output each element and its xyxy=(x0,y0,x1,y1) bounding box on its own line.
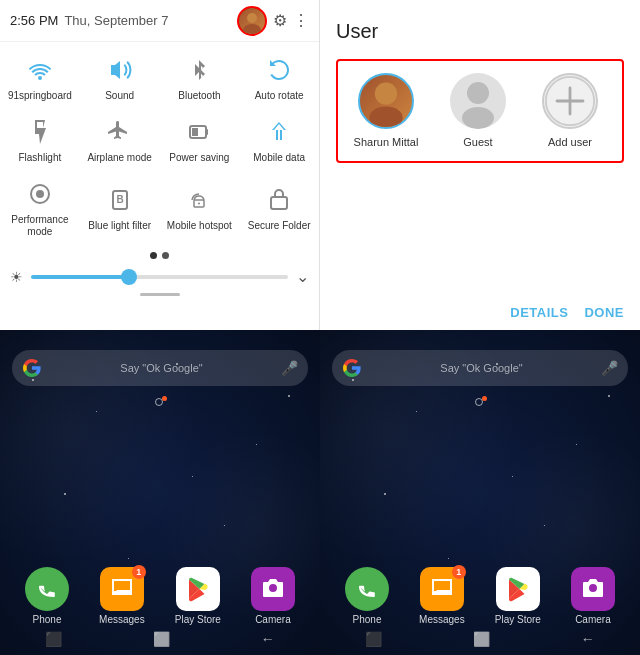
tile-mobiledata[interactable]: Mobile data xyxy=(239,108,319,170)
nav-home-right[interactable]: ⬜ xyxy=(473,631,490,647)
svg-point-13 xyxy=(369,107,402,129)
nav-recent-left[interactable]: ⬛ xyxy=(45,631,62,647)
tile-sound[interactable]: Sound xyxy=(80,46,160,108)
svg-rect-4 xyxy=(192,128,198,136)
tile-mobiledata-label: Mobile data xyxy=(253,152,305,164)
dock-label-messages-right: Messages xyxy=(419,614,465,625)
qs-header: 2:56 PM Thu, September 7 ⚙ ⋮ xyxy=(0,0,319,42)
svg-rect-11 xyxy=(271,197,287,209)
tile-flashlight[interactable]: Flashlight xyxy=(0,108,80,170)
user-panel-title: User xyxy=(336,20,624,43)
dot-1 xyxy=(150,252,157,259)
dock-label-camera-right: Camera xyxy=(575,614,611,625)
tile-autorotate[interactable]: Auto rotate xyxy=(239,46,319,108)
svg-point-14 xyxy=(467,82,489,104)
svg-point-1 xyxy=(243,24,261,34)
tile-performancemode-label: Performance mode xyxy=(4,214,76,238)
tile-performancemode[interactable]: Performance mode xyxy=(0,170,80,244)
dock-app-camera-left[interactable]: Camera xyxy=(251,567,295,625)
tile-powersaving[interactable]: Power saving xyxy=(160,108,240,170)
quick-settings-panel: 2:56 PM Thu, September 7 ⚙ ⋮ xyxy=(0,0,320,330)
search-bar-left[interactable]: Say "Ok Google" 🎤 xyxy=(12,350,308,386)
nav-back-left[interactable]: ← xyxy=(261,631,275,647)
qs-tiles-grid: 91springboard Sound Bluetooth Auto rotat… xyxy=(0,42,319,248)
brightness-icon: ☀ xyxy=(10,269,23,285)
user-accounts-list: Sharun Mittal Guest xyxy=(336,59,624,163)
qs-header-icons: ⚙ ⋮ xyxy=(237,6,309,36)
dock-app-messages-right[interactable]: 1 Messages xyxy=(419,567,465,625)
tile-mobilehotspot[interactable]: Mobile hotspot xyxy=(160,170,240,244)
tile-airplanemode[interactable]: Airplane mode xyxy=(80,108,160,170)
dock-app-playstore-right[interactable]: Play Store xyxy=(495,567,541,625)
nav-back-right[interactable]: ← xyxy=(581,631,595,647)
dock-right: Phone 1 Messages xyxy=(320,567,640,625)
user-name-add: Add user xyxy=(548,135,592,149)
top-panel: 2:56 PM Thu, September 7 ⚙ ⋮ xyxy=(0,0,640,330)
svg-rect-3 xyxy=(206,129,208,135)
messages-badge-right: 1 xyxy=(452,565,466,579)
home-indicator-right xyxy=(475,398,485,408)
bottom-panel: Say "Ok Google" 🎤 Phone xyxy=(0,330,640,655)
tile-mobilehotspot-label: Mobile hotspot xyxy=(167,220,232,232)
svg-point-15 xyxy=(462,107,494,129)
tile-powersaving-label: Power saving xyxy=(169,152,229,164)
brightness-expand-icon[interactable]: ⌄ xyxy=(296,267,309,286)
search-placeholder-left: Say "Ok Google" xyxy=(50,362,273,374)
tile-autorotate-label: Auto rotate xyxy=(255,90,304,102)
dock-app-messages-left[interactable]: 1 Messages xyxy=(99,567,145,625)
search-bar-right[interactable]: Say "Ok Google" 🎤 xyxy=(332,350,628,386)
user-account-guest[interactable]: Guest xyxy=(438,73,518,149)
messages-icon-left: 1 xyxy=(100,567,144,611)
dock-label-phone-right: Phone xyxy=(353,614,382,625)
tile-bluetooth[interactable]: Bluetooth xyxy=(160,46,240,108)
google-logo-right xyxy=(342,358,362,378)
details-button[interactable]: DETAILS xyxy=(510,305,568,320)
svg-point-0 xyxy=(247,13,257,23)
home-notification-dot-right xyxy=(482,396,487,401)
tile-securefolder[interactable]: Secure Folder xyxy=(239,170,319,244)
dock-label-playstore-right: Play Store xyxy=(495,614,541,625)
tile-sound-label: Sound xyxy=(105,90,134,102)
tile-bluelightfilter[interactable]: B Blue light filter xyxy=(80,170,160,244)
tile-securefolder-label: Secure Folder xyxy=(248,220,311,232)
user-account-primary[interactable]: Sharun Mittal xyxy=(346,73,426,149)
playstore-icon-left xyxy=(176,567,220,611)
user-account-add[interactable]: Add user xyxy=(530,73,610,149)
phone-icon-left xyxy=(25,567,69,611)
more-options-icon[interactable]: ⋮ xyxy=(293,11,309,30)
user-name-guest: Guest xyxy=(463,135,492,149)
svg-point-12 xyxy=(375,82,397,104)
page-indicator xyxy=(0,248,319,263)
dock-left: Phone 1 Messages xyxy=(0,567,320,625)
dock-app-playstore-left[interactable]: Play Store xyxy=(175,567,221,625)
search-placeholder-right: Say "Ok Google" xyxy=(370,362,593,374)
dock-label-phone-left: Phone xyxy=(33,614,62,625)
nav-bar-right: ⬛ ⬜ ← xyxy=(320,627,640,651)
done-button[interactable]: DONE xyxy=(584,305,624,320)
home-dot-container xyxy=(155,398,165,408)
status-time: 2:56 PM xyxy=(10,13,58,28)
status-date: Thu, September 7 xyxy=(64,13,168,28)
tile-bluetooth-label: Bluetooth xyxy=(178,90,220,102)
camera-icon-left xyxy=(251,567,295,611)
user-name-primary: Sharun Mittal xyxy=(354,135,419,149)
phone-icon-right xyxy=(345,567,389,611)
dock-app-camera-right[interactable]: Camera xyxy=(571,567,615,625)
tile-wifi-label: 91springboard xyxy=(8,90,72,102)
home-screen-left: Say "Ok Google" 🎤 Phone xyxy=(0,330,320,655)
home-notification-dot-left xyxy=(162,396,167,401)
tile-bluelightfilter-label: Blue light filter xyxy=(88,220,151,232)
dot-2 xyxy=(162,252,169,259)
nav-recent-right[interactable]: ⬛ xyxy=(365,631,382,647)
svg-text:B: B xyxy=(116,194,123,205)
avatar[interactable] xyxy=(237,6,267,36)
svg-point-6 xyxy=(36,190,44,198)
brightness-slider[interactable] xyxy=(31,275,288,279)
dock-app-phone-right[interactable]: Phone xyxy=(345,567,389,625)
user-avatar-primary xyxy=(358,73,414,129)
settings-icon[interactable]: ⚙ xyxy=(273,11,287,30)
dock-app-phone-left[interactable]: Phone xyxy=(25,567,69,625)
tile-wifi[interactable]: 91springboard xyxy=(0,46,80,108)
nav-home-left[interactable]: ⬜ xyxy=(153,631,170,647)
brightness-row: ☀ ⌄ xyxy=(0,263,319,290)
